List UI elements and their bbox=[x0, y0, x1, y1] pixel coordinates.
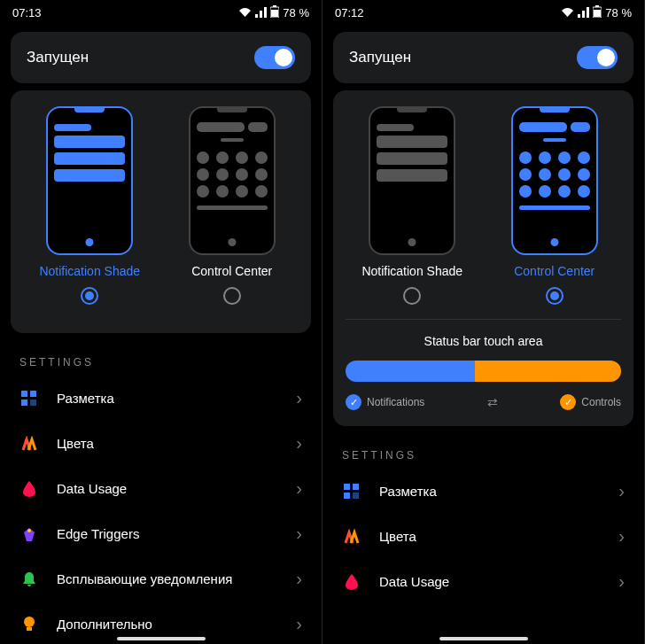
status-bar: 07:12 78 % bbox=[322, 0, 644, 25]
phone-preview-notification bbox=[46, 106, 133, 255]
mode-selector-card: Notification Shade Control Ce bbox=[11, 90, 311, 333]
option-label: Control Center bbox=[514, 264, 594, 278]
svg-rect-5 bbox=[21, 400, 27, 406]
bell-icon bbox=[19, 570, 39, 589]
status-right: 78 % bbox=[238, 5, 309, 20]
edge-icon bbox=[19, 524, 39, 544]
chevron-right-icon: › bbox=[296, 524, 302, 544]
check-icon: ✓ bbox=[346, 394, 361, 410]
svg-rect-15 bbox=[344, 493, 350, 499]
svg-rect-2 bbox=[271, 10, 278, 17]
check-icon: ✓ bbox=[560, 394, 576, 410]
chevron-right-icon: › bbox=[618, 571, 625, 592]
legend-row: ✓ Notifications ⇄ ✓ Controls bbox=[346, 394, 621, 410]
drop-icon bbox=[19, 479, 39, 499]
settings-list: Разметка › Цвета › Data Usage › Edge Tri… bbox=[0, 376, 322, 644]
settings-item-layout[interactable]: Разметка › bbox=[7, 376, 315, 421]
legend-controls: ✓ Controls bbox=[560, 394, 621, 410]
touch-bar[interactable] bbox=[346, 361, 621, 382]
settings-label: Data Usage bbox=[379, 574, 601, 589]
option-label: Notification Shade bbox=[361, 264, 462, 278]
settings-label: Разметка bbox=[379, 484, 601, 499]
chevron-right-icon: › bbox=[296, 388, 302, 408]
status-bar: 07:13 78 % bbox=[0, 0, 322, 25]
option-label: Notification Shade bbox=[39, 264, 140, 278]
layout-icon bbox=[19, 389, 39, 408]
touch-area-section: Status bar touch area ✓ Notifications ⇄ … bbox=[346, 319, 621, 410]
chevron-right-icon: › bbox=[618, 526, 625, 547]
phone-preview-control bbox=[189, 106, 276, 255]
radio-control[interactable] bbox=[223, 287, 241, 305]
legend-label: Controls bbox=[581, 396, 621, 408]
enabled-toggle[interactable] bbox=[577, 46, 618, 69]
svg-rect-16 bbox=[353, 493, 359, 499]
layout-icon bbox=[342, 482, 361, 501]
settings-label: Цвета bbox=[379, 529, 601, 544]
phone-preview-control bbox=[511, 106, 598, 255]
settings-item-edge-triggers[interactable]: Edge Triggers › bbox=[7, 511, 315, 556]
battery-icon bbox=[270, 5, 279, 20]
option-notification-shade[interactable]: Notification Shade bbox=[23, 106, 157, 305]
wifi-icon bbox=[561, 7, 574, 18]
touch-area-title: Status bar touch area bbox=[346, 334, 621, 348]
option-label: Control Center bbox=[191, 264, 272, 278]
status-time: 07:12 bbox=[335, 6, 364, 19]
settings-list: Разметка › Цвета › Data Usage › bbox=[322, 469, 644, 604]
chevron-right-icon: › bbox=[296, 569, 302, 589]
drop-icon bbox=[342, 572, 361, 592]
settings-item-popup-notif[interactable]: Всплывающие уведомления › bbox=[7, 556, 315, 601]
option-control-center[interactable]: Control Center bbox=[488, 106, 622, 305]
phone-previews: Notification Shade Control Ce bbox=[346, 106, 621, 305]
settings-item-colors[interactable]: Цвета › bbox=[7, 421, 315, 466]
mode-selector-card: Notification Shade Control Ce bbox=[333, 90, 633, 426]
settings-item-data-usage[interactable]: Data Usage › bbox=[7, 466, 315, 511]
wifi-icon bbox=[238, 7, 252, 18]
status-right: 78 % bbox=[561, 5, 632, 20]
enabled-toggle[interactable] bbox=[254, 46, 295, 69]
settings-label: Дополнительно bbox=[57, 617, 278, 632]
settings-label: Разметка bbox=[57, 391, 278, 406]
screen-left: 07:13 78 % Запущен bbox=[0, 0, 322, 644]
header-card: Запущен bbox=[11, 32, 311, 83]
phone-preview-notification bbox=[369, 106, 455, 255]
header-card: Запущен bbox=[333, 32, 633, 83]
svg-rect-13 bbox=[344, 484, 350, 490]
swap-icon[interactable]: ⇄ bbox=[487, 395, 498, 409]
chevron-right-icon: › bbox=[296, 433, 302, 454]
svg-rect-3 bbox=[21, 391, 27, 397]
settings-item-layout[interactable]: Разметка › bbox=[330, 469, 637, 514]
bulb-icon bbox=[19, 615, 39, 634]
radio-notification[interactable] bbox=[403, 287, 421, 305]
header-title: Запущен bbox=[349, 49, 411, 66]
radio-notification[interactable] bbox=[81, 287, 98, 305]
svg-rect-12 bbox=[594, 10, 601, 17]
svg-point-7 bbox=[27, 529, 31, 532]
nav-pill[interactable] bbox=[439, 637, 528, 640]
signal-icon bbox=[255, 7, 267, 18]
settings-label: Цвета bbox=[57, 436, 278, 451]
svg-rect-6 bbox=[30, 400, 36, 406]
signal-icon bbox=[578, 7, 589, 18]
svg-point-8 bbox=[24, 617, 35, 627]
radio-control[interactable] bbox=[546, 287, 563, 305]
svg-rect-14 bbox=[353, 484, 359, 490]
legend-notifications: ✓ Notifications bbox=[346, 394, 424, 410]
phone-previews: Notification Shade Control Ce bbox=[23, 106, 299, 305]
settings-label: Edge Triggers bbox=[57, 526, 278, 541]
option-control-center[interactable]: Control Center bbox=[166, 106, 299, 305]
screen-right: 07:12 78 % Запущен bbox=[322, 0, 645, 644]
settings-label: Всплывающие уведомления bbox=[57, 571, 278, 586]
chevron-right-icon: › bbox=[618, 481, 625, 501]
battery-percent: 78 % bbox=[605, 6, 632, 19]
settings-header: SETTINGS bbox=[322, 433, 644, 469]
legend-label: Notifications bbox=[367, 396, 424, 408]
settings-item-data-usage[interactable]: Data Usage › bbox=[330, 559, 637, 604]
touch-bar-left bbox=[346, 361, 475, 382]
battery-icon bbox=[593, 5, 602, 20]
option-notification-shade[interactable]: Notification Shade bbox=[346, 106, 479, 305]
chevron-right-icon: › bbox=[296, 614, 302, 634]
colors-icon bbox=[19, 434, 39, 454]
settings-item-colors[interactable]: Цвета › bbox=[330, 514, 637, 559]
nav-pill[interactable] bbox=[117, 637, 206, 640]
svg-rect-9 bbox=[27, 627, 32, 631]
